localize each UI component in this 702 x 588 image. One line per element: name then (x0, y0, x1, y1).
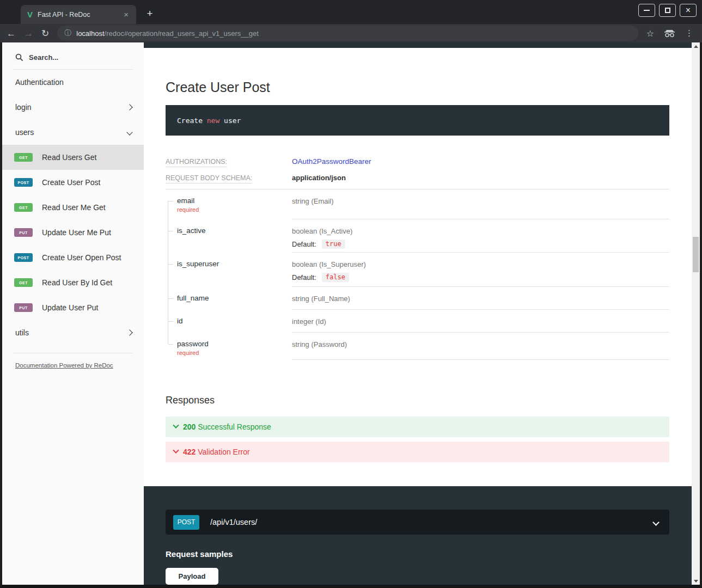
sidebar-op-label: Read User By Id Get (42, 278, 112, 287)
response-code: 422 (183, 448, 196, 456)
sidebar-op-update-user-put[interactable]: PUT Update User Put (2, 295, 144, 320)
field-type-cell: boolean (Is_Superuser) Default: false (292, 253, 669, 287)
request-samples-heading: Request samples (166, 549, 669, 559)
endpoint-method-badge: POST (173, 515, 199, 530)
field-name-cell: password required (166, 333, 292, 360)
sidebar-op-label: Create User Post (42, 178, 100, 187)
code-keyword: new (207, 117, 219, 125)
field-default: Default: false (292, 273, 669, 282)
sidebar-op-label: Read Users Get (42, 153, 96, 162)
url-text: localhost/redoc#operation/read_users_api… (76, 29, 259, 38)
field-name: is_superuser (177, 260, 292, 268)
sidebar-item-label: users (15, 128, 34, 137)
site-info-icon[interactable]: ⓘ (64, 28, 71, 38)
page-scrollbar[interactable] (692, 42, 700, 585)
close-icon: × (686, 6, 691, 15)
maximize-icon (665, 8, 670, 13)
forward-icon[interactable]: → (24, 29, 33, 38)
chevron-down-icon (173, 448, 179, 454)
minimize-button[interactable] (638, 4, 655, 17)
new-tab-button[interactable]: + (142, 5, 158, 22)
field-name: is_active (177, 226, 292, 235)
sidebar-op-label: Update User Put (42, 303, 99, 312)
operation-description-code: Create new user (166, 105, 669, 136)
field-type: string (Password) (292, 340, 669, 348)
sidebar-item-authentication[interactable]: Authentication (2, 70, 144, 95)
toolbar-right: ☆ ⋮ (646, 28, 695, 39)
back-icon[interactable]: ← (7, 29, 16, 38)
endpoint-dropdown[interactable]: POST /api/v1/users/ (166, 510, 669, 535)
response-label: Successful Response (198, 422, 271, 431)
method-badge-put: PUT (14, 303, 33, 312)
response-text: 200 Successful Response (183, 422, 271, 431)
method-badge-get: GET (14, 153, 33, 162)
method-badge-post: POST (14, 178, 33, 187)
redoc-footer-link[interactable]: Documentation Powered by ReDoc (15, 362, 144, 369)
scrollbar-down-arrow[interactable] (692, 577, 700, 585)
field-type: boolean (Is_Active) (292, 227, 669, 235)
chevron-down-icon (126, 129, 132, 135)
default-value-chip: true (322, 240, 345, 249)
sidebar-item-label: login (15, 103, 32, 112)
request-body-label: REQUEST BODY SCHEMA: (166, 174, 292, 182)
sidebar-op-update-user-me-put[interactable]: PUT Update User Me Put (2, 220, 144, 245)
bookmark-star-icon[interactable]: ☆ (646, 28, 654, 39)
field-type: boolean (Is_Superuser) (292, 260, 669, 268)
response-422-panel[interactable]: 422 Validation Error (166, 442, 669, 462)
sidebar-item-label: utils (15, 328, 29, 337)
field-name-cell: full_name (166, 287, 292, 310)
chevron-right-icon (126, 329, 132, 335)
reload-icon[interactable]: ↻ (41, 29, 49, 38)
field-type: string (Full_Name) (292, 295, 669, 303)
sidebar-op-create-user-open-post[interactable]: POST Create User Open Post (2, 245, 144, 270)
close-button[interactable]: × (680, 4, 697, 17)
sidebar-item-utils[interactable]: utils (2, 320, 144, 345)
url-path: /redoc#operation/read_users_api_v1_users… (105, 29, 259, 38)
page-content: Search... Authentication login users GET… (0, 42, 702, 588)
sidebar-item-login[interactable]: login (2, 95, 144, 120)
browser-tab[interactable]: V Fast API - ReDoc × (21, 5, 136, 24)
sidebar-op-read-user-by-id-get[interactable]: GET Read User By Id Get (2, 270, 144, 295)
response-label: Validation Error (198, 448, 249, 456)
window-controls: × (638, 4, 697, 17)
tab-close-icon[interactable]: × (121, 9, 131, 20)
response-code: 200 (183, 422, 196, 431)
response-200-panel[interactable]: 200 Successful Response (166, 416, 669, 437)
field-default: Default: true (292, 240, 669, 249)
maximize-button[interactable] (659, 4, 676, 17)
menu-dots-icon[interactable]: ⋮ (685, 28, 693, 38)
sidebar-op-label: Update User Me Put (42, 228, 111, 237)
field-name: password (177, 340, 292, 348)
field-type-cell: string (Email) (292, 189, 669, 219)
endpoint-path: /api/v1/users/ (210, 518, 257, 526)
sidebar-item-users[interactable]: users (2, 120, 144, 145)
sidebar-divider (13, 353, 133, 353)
field-name: email (177, 197, 292, 205)
request-schema: email required string (Email) is_active … (166, 189, 669, 360)
field-name-cell: id (166, 310, 292, 333)
browser-toolbar: ← → ↻ ⓘ localhost/redoc#operation/read_u… (0, 24, 702, 42)
tab-title: Fast API - ReDoc (38, 11, 117, 19)
method-badge-post: POST (14, 253, 33, 262)
operation-doc: Create User Post Create new user AUTHORI… (144, 79, 692, 462)
payload-tab[interactable]: Payload (166, 568, 218, 585)
default-label: Default: (292, 273, 316, 281)
search-placeholder: Search... (29, 53, 58, 62)
field-type: integer (Id) (292, 317, 669, 326)
field-name-cell: email required (166, 189, 292, 219)
field-type-cell: string (Password) (292, 333, 669, 360)
field-type-cell: integer (Id) (292, 310, 669, 333)
search-box[interactable]: Search... (2, 42, 144, 62)
sidebar-item-label: Authentication (15, 78, 64, 87)
request-body-row: REQUEST BODY SCHEMA: application/json (166, 174, 669, 182)
browser-window: V Fast API - ReDoc × + × ← → ↻ ⓘ localho… (0, 0, 702, 588)
scrollbar-thumb[interactable] (693, 237, 699, 272)
schema-field-is-superuser: is_superuser boolean (Is_Superuser) Defa… (166, 253, 669, 287)
content-type-value: application/json (292, 174, 346, 182)
sidebar-op-create-user-post[interactable]: POST Create User Post (2, 170, 144, 195)
sidebar-op-read-users-get[interactable]: GET Read Users Get (2, 145, 144, 170)
sidebar-op-read-user-me-get[interactable]: GET Read User Me Get (2, 195, 144, 220)
scrollbar-up-arrow[interactable] (692, 42, 700, 50)
oauth2-link[interactable]: OAuth2PasswordBearer (292, 157, 371, 166)
url-bar[interactable]: ⓘ localhost/redoc#operation/read_users_a… (57, 26, 638, 41)
